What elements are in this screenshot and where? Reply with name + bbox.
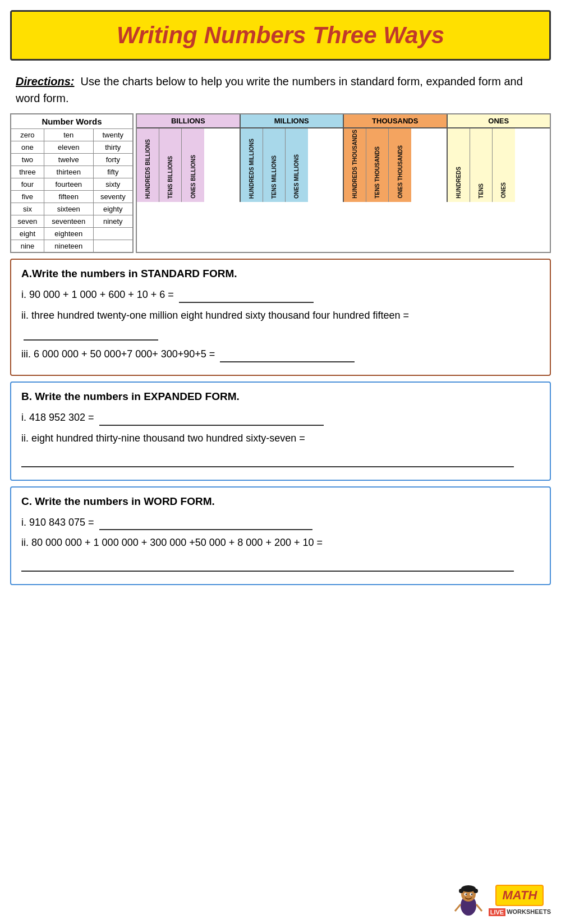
table-cell: sixty: [93, 178, 133, 191]
ones-thousands-label: ONES THOUSANDS: [396, 144, 404, 199]
table-cell: fourteen: [44, 178, 93, 191]
section-c-title: C. Write the numbers in WORD FORM.: [21, 495, 540, 508]
number-words-header: Number Words: [11, 114, 133, 129]
table-row: zero ten twenty: [11, 129, 133, 141]
svg-point-7: [465, 894, 467, 895]
table-cell: seven: [11, 215, 44, 228]
table-cell: eighty: [93, 203, 133, 215]
problem-b-i-text: 418 952 302 =: [29, 412, 94, 423]
table-row: two twelve forty: [11, 154, 133, 166]
tens-label: TENS: [477, 182, 485, 200]
section-b-title: B. Write the numbers in EXPANDED FORM.: [21, 390, 540, 403]
table-cell: [93, 228, 133, 240]
table-row: eight eighteen: [11, 228, 133, 240]
hundreds-millions-col: HUNDREDS MILLIONS: [241, 128, 263, 202]
problem-b-ii-label: ii.: [21, 433, 31, 444]
table-row: three thirteen fifty: [11, 166, 133, 178]
problem-a-ii-text: three hundred twenty-one million eight h…: [31, 310, 409, 321]
ones-label: ONES: [499, 181, 508, 199]
answer-line-a-iii[interactable]: [220, 345, 355, 362]
tens-thousands-label: TENS THOUSANDS: [373, 145, 381, 200]
problem-b-i: i. 418 952 302 =: [21, 408, 540, 426]
svg-point-4: [473, 889, 478, 893]
table-row: nine nineteen: [11, 240, 133, 253]
svg-point-8: [471, 894, 472, 895]
hundreds-billions-col: HUNDREDS BILLIONS: [137, 128, 159, 202]
billions-columns: HUNDREDS BILLIONS TENS BILLIONS ONES BIL…: [137, 128, 240, 202]
tens-billions-col: TENS BILLIONS: [159, 128, 182, 202]
problem-c-ii: ii. 80 000 000 + 1 000 000 + 300 000 +50…: [21, 535, 540, 572]
section-b: B. Write the numbers in EXPANDED FORM. i…: [10, 381, 551, 480]
table-cell: thirty: [93, 141, 133, 154]
answer-line-a-ii[interactable]: [24, 324, 158, 341]
live-text: LIVE: [489, 908, 505, 916]
ones-billions-label: ONES BILLIONS: [189, 154, 197, 200]
table-cell: three: [11, 166, 44, 178]
table-cell: ninety: [93, 215, 133, 228]
table-cell: sixteen: [44, 203, 93, 215]
problem-a-iii-label: iii.: [21, 348, 34, 360]
table-cell: seventy: [93, 191, 133, 203]
ones-columns: HUNDREDS TENS ONES: [448, 128, 550, 202]
table-cell: eighteen: [44, 228, 93, 240]
problem-a-iii-text: 6 000 000 + 50 000+7 000+ 300+90+5 =: [34, 348, 215, 360]
hundreds-millions-label: HUNDREDS MILLIONS: [247, 137, 256, 200]
tens-millions-label: TENS MILLIONS: [270, 154, 278, 200]
table-row: one eleven thirty: [11, 141, 133, 154]
problem-b-ii: ii. eight hundred thirty-nine thousand t…: [21, 430, 540, 467]
tens-billions-label: TENS BILLIONS: [166, 155, 174, 200]
problem-c-ii-label: ii.: [21, 537, 31, 548]
svg-line-9: [455, 904, 461, 911]
problem-a-iii: iii. 6 000 000 + 50 000+7 000+ 300+90+5 …: [21, 345, 540, 362]
liveworksheets-logo: LIVE WORKSHEETS: [489, 908, 551, 916]
millions-columns: HUNDREDS MILLIONS TENS MILLIONS ONES MIL…: [241, 128, 343, 202]
place-value-chart: BILLIONS HUNDREDS BILLIONS TENS BILLIONS…: [136, 113, 551, 253]
footer: MATH LIVE WORKSHEETS: [453, 882, 551, 918]
answer-line-b-ii[interactable]: [21, 450, 514, 467]
answer-line-c-ii[interactable]: [21, 554, 514, 572]
number-words-table: Number Words zero ten twenty one eleven …: [10, 113, 134, 253]
section-a: A.Write the numbers in STANDARD FORM. i.…: [10, 259, 551, 376]
problem-a-i: i. 90 000 + 1 000 + 600 + 10 + 6 =: [21, 286, 540, 303]
tens-col: TENS: [470, 128, 493, 202]
worksheets-text: WORKSHEETS: [507, 908, 551, 916]
section-a-title: A.Write the numbers in STANDARD FORM.: [21, 268, 540, 280]
directions-block: Directions: Use the charts below to help…: [16, 73, 545, 107]
problem-c-i: i. 910 843 075 =: [21, 513, 540, 531]
svg-point-3: [459, 889, 463, 893]
billions-header: BILLIONS: [137, 114, 240, 128]
table-row: four fourteen sixty: [11, 178, 133, 191]
math-character-icon: [453, 882, 484, 918]
thousands-columns: HUNDREDS THOUSANDS TENS THOUSANDS ONES T…: [344, 128, 447, 202]
table-cell: zero: [11, 129, 44, 141]
table-cell: thirteen: [44, 166, 93, 178]
answer-line-c-i[interactable]: [99, 513, 312, 531]
answer-line-b-i[interactable]: [99, 408, 324, 426]
footer-logo-block: MATH LIVE WORKSHEETS: [489, 885, 551, 916]
math-logo: MATH: [495, 885, 544, 906]
table-cell: twelve: [44, 154, 93, 166]
table-cell: nineteen: [44, 240, 93, 253]
table-cell: fifteen: [44, 191, 93, 203]
billions-group: BILLIONS HUNDREDS BILLIONS TENS BILLIONS…: [137, 114, 241, 202]
thousands-header: THOUSANDS: [344, 114, 447, 128]
problem-c-i-label: i.: [21, 517, 29, 528]
page-title: Writing Numbers Three Ways: [25, 22, 536, 49]
table-cell: six: [11, 203, 44, 215]
table-row: six sixteen eighty: [11, 203, 133, 215]
directions-text: Use the charts below to help you write t…: [16, 75, 523, 104]
ones-group: ONES HUNDREDS TENS ONES: [448, 114, 550, 202]
problem-c-ii-text: 80 000 000 + 1 000 000 + 300 000 +50 000…: [31, 537, 323, 548]
tens-thousands-col: TENS THOUSANDS: [366, 128, 389, 202]
table-cell: [93, 240, 133, 253]
answer-line-a-i[interactable]: [179, 286, 314, 303]
problem-b-i-label: i.: [21, 412, 29, 423]
ones-millions-label: ONES MILLIONS: [292, 153, 301, 200]
table-cell: nine: [11, 240, 44, 253]
table-cell: fifty: [93, 166, 133, 178]
ones-header: ONES: [448, 114, 550, 128]
hundreds-thousands-label: HUNDREDS THOUSANDS: [351, 128, 359, 200]
table-cell: eight: [11, 228, 44, 240]
page-header: Writing Numbers Three Ways: [10, 10, 551, 61]
ones-millions-col: ONES MILLIONS: [286, 128, 308, 202]
